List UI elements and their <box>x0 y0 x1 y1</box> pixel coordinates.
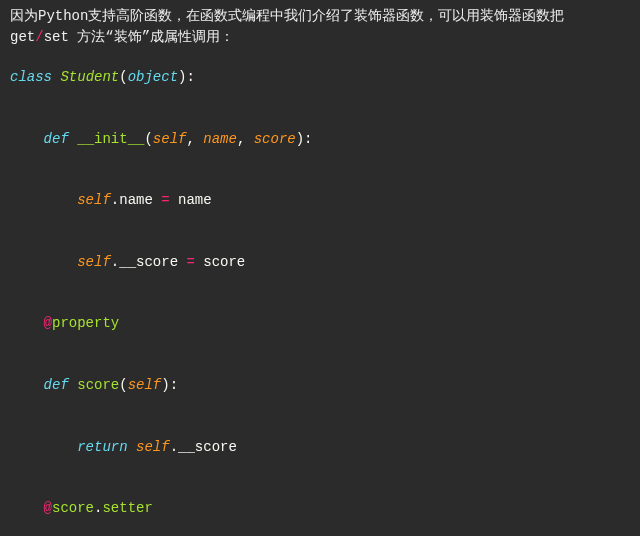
kw-def: def <box>44 131 69 147</box>
fn-score: score <box>77 377 119 393</box>
attr-uscore: __score <box>119 254 178 270</box>
op-eq: = <box>153 192 178 208</box>
param-name: name <box>203 131 237 147</box>
decorator-setter: setter <box>102 500 152 516</box>
intro-get: get <box>10 29 35 45</box>
intro-slash: / <box>35 29 43 45</box>
intro-text-b: 支持高阶函数，在函数式编程中我们介绍了装饰器函数，可以用装饰器函数把 <box>88 8 564 24</box>
decorator-property: property <box>52 315 119 331</box>
intro-python: Python <box>38 8 88 24</box>
intro-paragraph: 因为Python支持高阶函数，在函数式编程中我们介绍了装饰器函数，可以用装饰器函… <box>10 6 630 48</box>
param-score: score <box>254 131 296 147</box>
rhs-name: name <box>178 192 212 208</box>
attr-name: name <box>119 192 153 208</box>
self-ref: self <box>77 192 111 208</box>
fn-init: __init__ <box>77 131 144 147</box>
code-block: class Student(object): def __init__(self… <box>10 62 630 536</box>
kw-class: class <box>10 69 52 85</box>
param-self: self <box>153 131 187 147</box>
decorator-score: score <box>52 500 94 516</box>
rhs-score: score <box>203 254 245 270</box>
kw-return: return <box>77 439 127 455</box>
base-object: object <box>128 69 178 85</box>
intro-text-c: 方法“装饰”成属性调用： <box>69 29 234 45</box>
self-ref: self <box>77 254 111 270</box>
intro-text-a: 因为 <box>10 8 38 24</box>
class-name: Student <box>60 69 119 85</box>
intro-set: set <box>44 29 69 45</box>
